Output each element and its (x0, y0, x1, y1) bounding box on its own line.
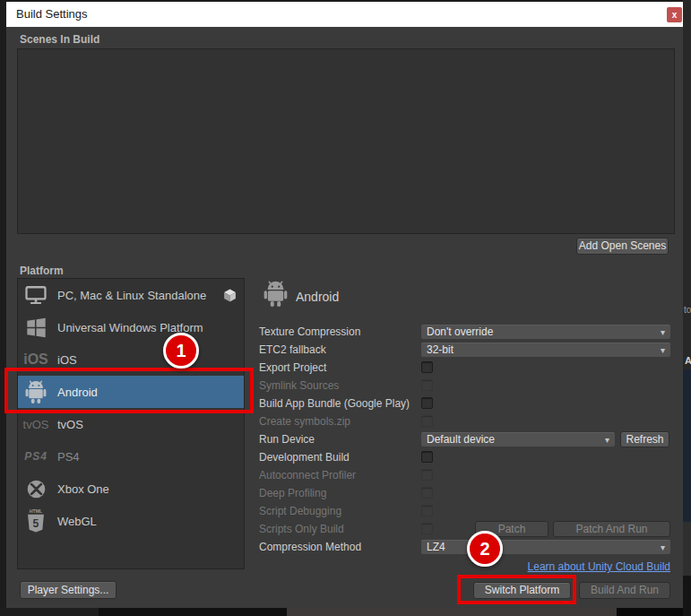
dropdown-value: Don't override (427, 325, 661, 338)
dropdown-value: 32-bit (427, 343, 661, 356)
export-project-checkbox[interactable] (421, 361, 433, 373)
deep-profiling-checkbox (421, 487, 433, 499)
platform-item-tvos[interactable]: tvOS tvOS (18, 408, 244, 440)
tvos-icon: tvOS (18, 418, 54, 431)
background-strip (99, 608, 287, 616)
window-title: Build Settings (16, 2, 88, 27)
scripts-only-build-checkbox (421, 523, 433, 534)
development-build-checkbox[interactable] (421, 451, 433, 463)
platform-item-pc-standalone[interactable]: PC, Mac & Linux Standalone (18, 279, 244, 311)
platform-item-label: PC, Mac & Linux Standalone (57, 289, 206, 302)
patch-button: Patch (475, 521, 548, 537)
platform-item-label: tvOS (57, 418, 83, 431)
selected-platform-title: Android (296, 290, 339, 304)
refresh-button[interactable]: Refresh (620, 431, 669, 447)
platform-item-label: WebGL (57, 515, 97, 528)
setting-label: Create symbols.zip (259, 415, 350, 428)
ps4-icon: PS4 (18, 450, 54, 463)
background-strip (0, 608, 99, 616)
add-open-scenes-button[interactable]: Add Open Scenes (576, 238, 669, 255)
background-text-fragment: A (685, 355, 691, 366)
ios-icon: iOS (18, 351, 54, 368)
chevron-down-icon: ▾ (605, 435, 609, 445)
compression-method-dropdown[interactable]: LZ4 ▾ (421, 540, 670, 554)
platform-item-uwp[interactable]: Universal Windows Platform (18, 311, 244, 343)
platform-item-label: Android (57, 386, 98, 399)
html5-icon: HTML5 (18, 508, 54, 534)
setting-label: Scripts Only Build (259, 523, 344, 535)
script-debugging-checkbox (421, 505, 433, 516)
windows-icon (18, 317, 54, 339)
setting-label: Symlink Sources (259, 379, 339, 392)
background-sliver (683, 369, 691, 522)
build-and-run-button: Build And Run (579, 582, 670, 599)
build-app-bundle-checkbox[interactable] (421, 397, 433, 409)
create-symbols-zip-checkbox (421, 415, 433, 427)
chevron-down-icon: ▾ (661, 542, 665, 552)
platform-item-label: PS4 (57, 450, 80, 464)
android-icon (263, 281, 289, 308)
etc2-fallback-dropdown[interactable]: 32-bit ▾ (421, 343, 670, 357)
setting-label: Run Device (259, 433, 315, 446)
platform-item-ios[interactable]: iOS iOS (18, 343, 244, 376)
setting-label: Development Build (259, 451, 350, 464)
platform-item-label: Universal Windows Platform (57, 321, 203, 334)
setting-label: Export Project (259, 361, 326, 374)
setting-label: Compression Method (259, 541, 361, 553)
close-button[interactable]: x (667, 7, 682, 22)
setting-label: Texture Compression (259, 325, 360, 338)
setting-label: ETC2 fallback (259, 343, 326, 356)
autoconnect-profiler-checkbox (421, 469, 433, 481)
chevron-down-icon: ▾ (661, 345, 665, 355)
svg-text:HTML: HTML (30, 508, 43, 514)
scenes-in-build-label: Scenes In Build (20, 33, 99, 46)
setting-label: Build App Bundle (Google Play) (259, 397, 410, 410)
patch-and-run-button: Patch And Run (553, 521, 670, 537)
run-device-dropdown[interactable]: Default device ▾ (421, 432, 615, 447)
setting-label: Deep Profiling (259, 487, 326, 499)
chevron-down-icon: ▾ (661, 327, 665, 337)
platform-item-webgl[interactable]: HTML5 WebGL (18, 505, 244, 537)
platform-item-android[interactable]: Android (18, 376, 244, 408)
xbox-icon (18, 478, 54, 500)
platform-item-label: iOS (57, 353, 77, 367)
platform-list: PC, Mac & Linux Standalone Universal Win… (17, 278, 245, 569)
player-settings-button[interactable]: Player Settings... (20, 581, 117, 599)
platform-item-ps4[interactable]: PS4 PS4 (18, 440, 244, 473)
background-strip (287, 608, 617, 616)
background-sliver (683, 522, 691, 576)
dropdown-value: LZ4 (427, 541, 661, 553)
close-icon: x (672, 10, 678, 20)
texture-compression-dropdown[interactable]: Don't override ▾ (421, 325, 670, 339)
scenes-list[interactable] (17, 48, 675, 234)
symlink-sources-checkbox (421, 379, 433, 391)
switch-platform-button[interactable]: Switch Platform (473, 582, 571, 599)
android-icon (18, 380, 54, 404)
svg-text:5: 5 (33, 517, 39, 530)
setting-label: Autoconnect Profiler (259, 469, 356, 482)
title-bar: Build Settings x (6, 2, 683, 27)
background-strip (617, 608, 683, 616)
platform-label: Platform (20, 265, 64, 277)
background-sliver (683, 576, 691, 616)
unity-logo-icon (222, 288, 238, 303)
background-text-fragment: to (684, 305, 691, 315)
monitor-icon (18, 282, 54, 308)
platform-item-xbox-one[interactable]: Xbox One (18, 473, 244, 505)
unity-cloud-build-link[interactable]: Learn about Unity Cloud Build (421, 560, 670, 573)
build-settings-window: to A Build Settings x Scenes In Build Ad… (0, 0, 691, 616)
platform-item-label: Xbox One (57, 482, 109, 496)
setting-label: Script Debugging (259, 505, 341, 517)
html-icon-text: HTML (30, 508, 43, 514)
dropdown-value: Default device (427, 433, 605, 446)
